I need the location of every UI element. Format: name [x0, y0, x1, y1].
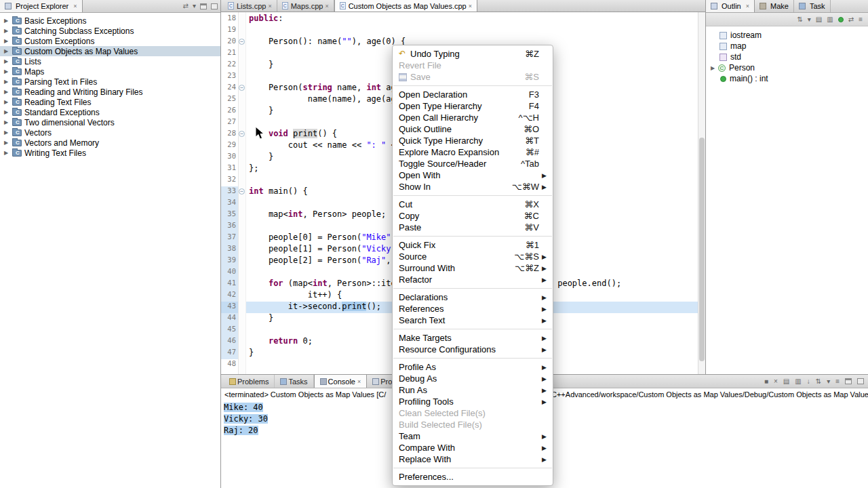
menu-item-show-in[interactable]: Show In⌥⌘W▶: [393, 181, 553, 192]
menu-item-refactor[interactable]: Refactor▶: [393, 274, 553, 285]
line-number[interactable]: 38: [221, 244, 238, 256]
editor-tab-custom-objects-as-map-values-cpp[interactable]: CCustom Objects as Map Values.cpp×: [334, 0, 477, 12]
menu-item-open-with[interactable]: Open With▶: [393, 169, 553, 181]
expand-arrow-icon[interactable]: ▶: [4, 150, 12, 156]
clear-console-icon[interactable]: ▤: [783, 378, 789, 385]
menu-item-quick-outline[interactable]: Quick Outline⌘O: [393, 123, 553, 135]
project-two-dimensional-vectors[interactable]: ▶Two dimensional Vectors: [0, 117, 220, 127]
project-standard-exceptions[interactable]: ▶Standard Exceptions: [0, 107, 220, 117]
menu-item-resource-configurations[interactable]: Resource Configurations▶: [393, 344, 553, 355]
expand-arrow-icon[interactable]: ▶: [4, 119, 12, 125]
scroll-lock-icon[interactable]: ↓: [807, 378, 810, 385]
menu-item-explore-macro-expansion[interactable]: Explore Macro Expansion⌘#: [393, 146, 553, 158]
maximize-icon[interactable]: [857, 378, 864, 384]
menu-item-open-call-hierarchy[interactable]: Open Call Hierarchy^⌥H: [393, 112, 553, 123]
menu-item-make-targets[interactable]: Make Targets▶: [393, 332, 553, 344]
outline-item-map[interactable]: map: [706, 41, 868, 52]
line-number[interactable]: 31: [221, 163, 238, 175]
expand-arrow-icon[interactable]: ▶: [4, 58, 12, 64]
menu-item-quick-type-hierarchy[interactable]: Quick Type Hierarchy⌘T: [393, 135, 553, 146]
line-number[interactable]: 39: [221, 256, 238, 267]
project-vectors-and-memory[interactable]: ▶Vectors and Memory: [0, 138, 220, 148]
menu-item-paste[interactable]: Paste⌘V: [393, 222, 553, 233]
project-basic-exceptions[interactable]: ▶Basic Exceptions: [0, 16, 220, 26]
tab-task[interactable]: Task: [794, 0, 831, 12]
menu-item-cut[interactable]: Cut⌘X: [393, 199, 553, 210]
expand-arrow-icon[interactable]: ▶: [711, 65, 718, 71]
line-number[interactable]: 28: [221, 129, 238, 140]
menu-item-preferences[interactable]: Preferences...: [393, 471, 553, 483]
close-icon[interactable]: ×: [746, 3, 749, 9]
outline-toolbar-icon-3[interactable]: ▥: [827, 16, 833, 23]
line-number[interactable]: 18: [221, 14, 238, 25]
expand-arrow-icon[interactable]: ▶: [4, 89, 12, 95]
line-number[interactable]: 22: [221, 60, 238, 71]
project-parsing-text-in-files[interactable]: ▶Parsing Text in Files: [0, 77, 220, 87]
tab-make[interactable]: Make: [755, 0, 794, 12]
expand-arrow-icon[interactable]: ▶: [4, 18, 12, 24]
project-maps[interactable]: ▶Maps: [0, 66, 220, 77]
menu-item-profiling-tools[interactable]: Profiling Tools▶: [393, 396, 553, 407]
maximize-icon[interactable]: [211, 3, 218, 9]
expand-arrow-icon[interactable]: ▶: [4, 129, 12, 136]
outline-toolbar-icon-5[interactable]: ≡: [859, 16, 863, 23]
outline-toolbar-icon-1[interactable]: ▾: [808, 16, 811, 23]
project-catching-subclass-exceptions[interactable]: ▶Catching Subclass Exceptions: [0, 26, 220, 36]
line-number[interactable]: 26: [221, 106, 238, 117]
line-number[interactable]: 36: [221, 221, 238, 232]
line-number[interactable]: 30: [221, 152, 238, 163]
pin-console-icon[interactable]: ▥: [795, 378, 801, 385]
fold-marker-icon[interactable]: −: [239, 85, 245, 91]
line-number[interactable]: 33: [221, 186, 238, 198]
menu-item-toggle-source-header[interactable]: Toggle Source/Header^Tab: [393, 158, 553, 169]
scrollbar-thumb[interactable]: [699, 138, 705, 361]
close-icon[interactable]: ×: [325, 3, 328, 9]
line-number[interactable]: 35: [221, 209, 238, 221]
outline-item-std[interactable]: std: [706, 52, 868, 62]
line-number[interactable]: 41: [221, 279, 238, 290]
expand-arrow-icon[interactable]: ▶: [4, 28, 12, 34]
menu-item-undo-typing[interactable]: ↶Undo Typing⌘Z: [393, 48, 553, 60]
minimize-icon[interactable]: [845, 378, 852, 384]
menu-item-team[interactable]: Team▶: [393, 430, 553, 442]
tab-project-explorer[interactable]: Project Explorer ×: [0, 0, 83, 12]
line-number[interactable]: 40: [221, 267, 238, 279]
menu-item-profile-as[interactable]: Profile As▶: [393, 361, 553, 373]
line-number[interactable]: 44: [221, 313, 238, 325]
menu-item-references[interactable]: References▶: [393, 303, 553, 314]
outline-item-main-int[interactable]: main() : int: [706, 73, 868, 84]
line-number[interactable]: 20: [221, 37, 238, 48]
project-custom-exceptions[interactable]: ▶Custom Exceptions: [0, 36, 220, 46]
outline-item-iostream[interactable]: iostream: [706, 30, 868, 41]
line-number[interactable]: 48: [221, 359, 238, 371]
line-number[interactable]: 25: [221, 94, 238, 106]
menu-item-copy[interactable]: Copy⌘C: [393, 210, 553, 222]
remove-launch-icon[interactable]: ×: [774, 378, 778, 385]
tab-outlin[interactable]: Outlin×: [706, 0, 755, 12]
close-icon[interactable]: ×: [73, 3, 77, 9]
fold-marker-icon[interactable]: −: [239, 131, 245, 137]
line-number[interactable]: 29: [221, 140, 238, 152]
expand-arrow-icon[interactable]: ▶: [4, 109, 12, 115]
project-lists[interactable]: ▶Lists: [0, 56, 220, 66]
line-number[interactable]: 24: [221, 83, 238, 94]
open-console-icon[interactable]: ≡: [835, 378, 840, 385]
view-menu-icon[interactable]: ▾: [193, 3, 196, 9]
line-number[interactable]: 21: [221, 48, 238, 60]
expand-arrow-icon[interactable]: ▶: [4, 68, 12, 75]
line-number[interactable]: 27: [221, 117, 238, 129]
project-reading-text-files[interactable]: ▶Reading Text Files: [0, 97, 220, 107]
expand-arrow-icon[interactable]: ▶: [4, 140, 12, 146]
link-with-editor-active-icon[interactable]: [838, 17, 844, 22]
expand-arrow-icon[interactable]: ▶: [4, 99, 12, 105]
project-tree[interactable]: ▶Basic Exceptions▶Catching Subclass Exce…: [0, 13, 220, 158]
editor-scrollbar[interactable]: [698, 12, 705, 374]
menu-item-run-as[interactable]: Run As▶: [393, 384, 553, 396]
fold-marker-icon[interactable]: −: [239, 188, 245, 195]
menu-item-compare-with[interactable]: Compare With▶: [393, 442, 553, 453]
outline-toolbar-icon-2[interactable]: ▤: [816, 16, 822, 23]
editor-tab-lists-cpp[interactable]: CLists.cpp×: [223, 0, 277, 12]
terminate-icon[interactable]: ■: [764, 378, 768, 385]
display-console-icon[interactable]: ▾: [827, 378, 830, 385]
menu-item-open-declaration[interactable]: Open DeclarationF3: [393, 89, 553, 100]
